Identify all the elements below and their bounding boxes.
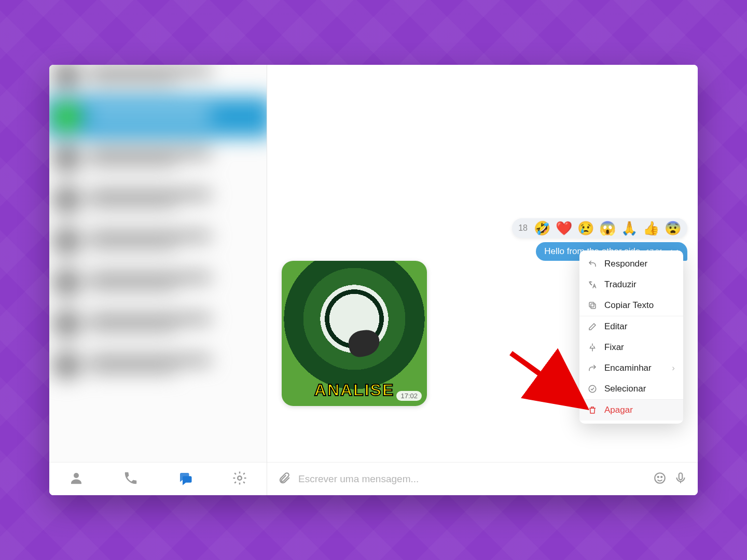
menu-item-delete[interactable]: Apagar	[579, 400, 683, 421]
menu-item-copy-text[interactable]: Copiar Texto	[579, 295, 683, 316]
phone-icon	[123, 470, 139, 488]
menu-item-label: Fixar	[604, 342, 624, 353]
sidebar-tabs	[49, 462, 267, 495]
reaction-emoji[interactable]: ❤️	[556, 221, 572, 235]
chat-bubbles-icon	[177, 470, 193, 488]
chats-tab[interactable]	[173, 467, 198, 492]
chat-list[interactable]	[49, 65, 267, 462]
select-icon	[588, 384, 598, 394]
chat-list-item[interactable]	[49, 303, 267, 345]
forward-icon	[588, 363, 598, 373]
messages-area[interactable]: 18 🤣 ❤️ 😢 😱 🙏 👍 😨 Hello from the other s…	[267, 65, 698, 462]
menu-item-select[interactable]: Selecionar	[579, 379, 683, 400]
chevron-right-icon: ›	[672, 363, 675, 373]
emoji-button[interactable]	[653, 471, 667, 487]
menu-item-label: Apagar	[604, 405, 633, 415]
edit-icon	[588, 322, 598, 331]
translate-icon	[588, 280, 598, 289]
svg-point-1	[238, 476, 242, 480]
menu-item-reply[interactable]: Responder	[579, 254, 683, 274]
menu-item-forward[interactable]: Encaminhar ›	[579, 358, 683, 379]
microphone-icon	[674, 471, 687, 487]
chat-list-item-selected[interactable]	[49, 96, 267, 138]
reply-icon	[588, 259, 598, 269]
menu-item-label: Encaminhar	[604, 363, 652, 373]
svg-point-0	[74, 473, 79, 478]
svg-rect-2	[591, 304, 596, 309]
svg-point-7	[661, 476, 662, 477]
svg-point-5	[655, 473, 665, 483]
sidebar	[49, 65, 267, 495]
menu-item-label: Selecionar	[604, 384, 646, 394]
chat-main: 18 🤣 ❤️ 😢 😱 🙏 👍 😨 Hello from the other s…	[267, 65, 698, 495]
menu-item-pin[interactable]: Fixar	[579, 337, 683, 358]
chat-list-item[interactable]	[49, 179, 267, 220]
menu-item-label: Copiar Texto	[604, 300, 654, 311]
attach-button[interactable]	[278, 471, 291, 487]
svg-point-6	[658, 476, 659, 477]
menu-item-edit[interactable]: Editar	[579, 316, 683, 337]
message-input[interactable]	[298, 473, 646, 485]
person-icon	[68, 470, 84, 488]
contacts-tab[interactable]	[64, 467, 89, 492]
trash-icon	[588, 405, 598, 415]
copy-icon	[588, 301, 598, 310]
chat-list-item[interactable]	[49, 220, 267, 262]
message-context-menu: Responder Traduzir Copiar Texto Editar F…	[579, 250, 683, 424]
image-timestamp: 17:02	[396, 391, 422, 401]
menu-item-label: Editar	[604, 321, 627, 332]
paperclip-icon	[278, 471, 291, 487]
svg-rect-3	[589, 302, 594, 307]
menu-item-translate[interactable]: Traduzir	[579, 274, 683, 295]
smiley-icon	[653, 471, 667, 487]
reaction-emoji[interactable]: 🙏	[621, 221, 638, 235]
chat-list-item[interactable]	[49, 65, 267, 96]
svg-point-4	[589, 385, 596, 393]
image-message[interactable]: ANALISE 17:02	[282, 261, 427, 406]
pin-icon	[588, 343, 598, 352]
reaction-emoji[interactable]: 👍	[643, 221, 659, 235]
menu-item-label: Traduzir	[604, 279, 637, 290]
menu-item-label: Responder	[604, 259, 647, 269]
reaction-count: 18	[518, 223, 528, 233]
settings-tab[interactable]	[227, 467, 252, 492]
voice-button[interactable]	[674, 471, 687, 487]
svg-rect-8	[679, 473, 683, 480]
calls-tab[interactable]	[118, 467, 143, 492]
gear-icon	[232, 470, 247, 488]
chat-list-item[interactable]	[49, 344, 267, 386]
reaction-emoji[interactable]: 😢	[577, 221, 594, 235]
message-composer	[267, 462, 698, 495]
reaction-emoji[interactable]: 🤣	[534, 221, 550, 235]
app-window: 18 🤣 ❤️ 😢 😱 🙏 👍 😨 Hello from the other s…	[49, 65, 698, 495]
reaction-picker[interactable]: 18 🤣 ❤️ 😢 😱 🙏 👍 😨	[512, 218, 687, 238]
reaction-emoji[interactable]: 😨	[665, 221, 681, 235]
chat-list-item[interactable]	[49, 137, 267, 179]
reaction-emoji[interactable]: 😱	[599, 221, 616, 235]
chat-list-item[interactable]	[49, 262, 267, 303]
